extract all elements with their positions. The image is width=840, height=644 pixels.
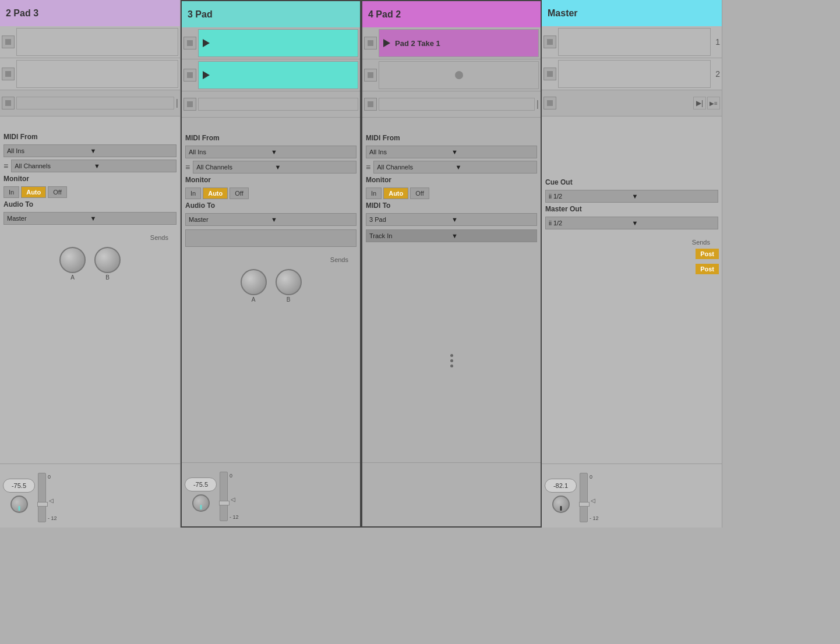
play-btn-3-1[interactable] [381, 37, 393, 49]
clip-slot-3-2[interactable] [379, 61, 539, 89]
monitor-auto-btn-2[interactable]: Auto [203, 187, 228, 199]
play-triangle-2-2 [203, 71, 210, 79]
track-2-audio-to-label: Audio To [185, 201, 357, 210]
stop-button-2-2[interactable] [183, 69, 196, 82]
track-3-track-in-dropdown[interactable]: Track In ▼ [366, 229, 537, 242]
knob-b-1-label: B [105, 274, 110, 281]
fader-arrow-4: ◁ [591, 497, 595, 504]
monitor-off-btn-3[interactable]: Off [410, 187, 429, 199]
stop-icon-s2 [187, 101, 193, 107]
track-2-channel-row: ≡ All Channels ▼ [185, 161, 357, 174]
track-3-midi-from-dropdown[interactable]: All Ins ▼ [366, 146, 537, 158]
monitor-auto-btn-3[interactable]: Auto [383, 187, 408, 199]
dropdown-arrow-ti3: ▼ [451, 232, 534, 239]
stop-button-3-2[interactable] [364, 69, 377, 82]
scrub-icon-1[interactable]: ▶| [693, 97, 706, 109]
knob-b-2[interactable] [276, 269, 302, 295]
clip-row-2-2 [182, 59, 360, 91]
track-4-fader-handle[interactable] [579, 502, 590, 507]
track-4-pan-knob[interactable] [552, 496, 570, 513]
track-2-pan-knob[interactable] [192, 494, 210, 512]
knob-a-2-label: A [252, 296, 256, 303]
track-4-fader[interactable]: ◁ [580, 473, 588, 522]
knob-a-1-label: A [70, 274, 75, 281]
knob-a-1[interactable] [59, 247, 86, 273]
scrub-stop-3[interactable] [364, 98, 377, 111]
track-2-midi-from-dropdown[interactable]: All Ins ▼ [185, 146, 357, 158]
scrub-bar-3[interactable] [379, 98, 535, 111]
track-3-monitor-label: Monitor [366, 176, 537, 184]
track-4-master-out-dropdown[interactable]: ii 1/2 ▼ [545, 217, 718, 229]
clip-slot-3-1[interactable]: Pad 2 Take 1 [379, 29, 539, 57]
track-2-fader-handle[interactable] [219, 501, 230, 505]
track-4-cue-out-dropdown[interactable]: ii 1/2 ▼ [545, 190, 718, 203]
track-2-midi-section: MIDI From All Ins ▼ ≡ All Channels ▼ Mon… [182, 129, 360, 252]
track-4-master-out-row: ii 1/2 ▼ [545, 217, 718, 229]
stop-button-3-1[interactable] [364, 37, 377, 49]
monitor-in-btn-1[interactable]: In [3, 186, 19, 198]
monitor-off-btn-2[interactable]: Off [230, 187, 248, 199]
play-btn-2-1[interactable] [200, 37, 212, 49]
stop-button-4-1[interactable] [543, 36, 556, 48]
track-3-knobs [450, 346, 453, 375]
stop-icon-s3 [368, 101, 373, 107]
dot-1 [450, 354, 453, 357]
track-1-channel-dropdown[interactable]: All Channels ▼ [11, 160, 177, 172]
track-1-fader-handle[interactable] [37, 502, 48, 507]
track-2-header: 3 Pad [182, 1, 360, 27]
scrub-bar-1[interactable] [16, 97, 174, 109]
track-3-name: 4 Pad 2 [368, 9, 401, 20]
post-btn-1[interactable]: Post [696, 249, 719, 259]
dropdown-arrow-cue: ▼ [632, 193, 715, 200]
track-1-fader[interactable]: ◁ [38, 473, 46, 522]
track-3-channel-dropdown[interactable]: All Channels ▼ [373, 161, 537, 174]
knob-a-2[interactable] [241, 269, 267, 295]
scale-top-4: 0 [590, 474, 599, 480]
track-4-header: Master [542, 0, 722, 26]
monitor-off-btn-1[interactable]: Off [48, 186, 66, 198]
track-1-midi-from-dropdown[interactable]: All Ins ▼ [3, 144, 177, 157]
stop-button-1-1[interactable] [2, 36, 15, 48]
track-1-channel-row: ≡ All Channels ▼ [3, 160, 177, 172]
track-3-track-in-row: Track In ▼ [366, 229, 537, 242]
clip-slot-2-1[interactable] [198, 29, 358, 57]
track-2-volume-display: -75.5 [185, 477, 217, 491]
knob-b-2-container: B [276, 269, 302, 303]
monitor-in-btn-2[interactable]: In [185, 187, 201, 199]
pan-indicator-1 [18, 506, 20, 511]
scrub-bar-2[interactable] [198, 98, 358, 111]
scrub-stop-4[interactable] [543, 97, 556, 109]
track-1-audio-to-dropdown[interactable]: Master ▼ [3, 212, 177, 225]
stop-button-2-1[interactable] [183, 37, 196, 49]
monitor-in-btn-3[interactable]: In [366, 187, 382, 199]
monitor-auto-btn-1[interactable]: Auto [21, 186, 46, 198]
dropdown-arrow-at2: ▼ [271, 216, 353, 223]
post-btn-2[interactable]: Post [696, 264, 719, 274]
stop-button-1-2[interactable] [2, 68, 15, 80]
stop-button-4-2[interactable] [543, 68, 556, 80]
pan-indicator-4 [560, 506, 562, 511]
track-3-clip-area: Pad 2 Take 1 | [362, 27, 541, 129]
track-1-sends-area: Sends A B [0, 229, 180, 463]
track-1-clip-area: | [0, 26, 180, 128]
scrub-stop-2[interactable] [183, 98, 196, 111]
track-3-midi-to-dropdown[interactable]: 3 Pad ▼ [366, 213, 537, 226]
track-2-fader[interactable]: ◁ [220, 472, 228, 521]
scrub-icon-2[interactable]: ▶≡ [707, 97, 720, 109]
scale-bottom-2: - 12 [230, 514, 239, 520]
scrub-stop-1[interactable] [2, 97, 15, 109]
play-btn-2-2[interactable] [200, 69, 212, 81]
track-1-volume-display: -75.5 [3, 479, 35, 493]
play-triangle-2-1 [203, 39, 210, 47]
track-1-pan-knob[interactable] [10, 496, 28, 513]
track-2-volume-value: -75.5 [193, 481, 208, 488]
dot-3 [450, 365, 453, 367]
clip-slot-1-2[interactable] [16, 60, 178, 88]
track-2-audio-to-dropdown[interactable]: Master ▼ [185, 213, 357, 226]
play-triangle-3-1 [383, 39, 390, 47]
mixer-container: 2 Pad 3 | [0, 0, 723, 528]
clip-slot-1-1[interactable] [16, 28, 178, 56]
clip-slot-2-2[interactable] [198, 61, 358, 89]
track-2-channel-dropdown[interactable]: All Channels ▼ [193, 161, 357, 174]
knob-b-1[interactable] [94, 247, 121, 273]
